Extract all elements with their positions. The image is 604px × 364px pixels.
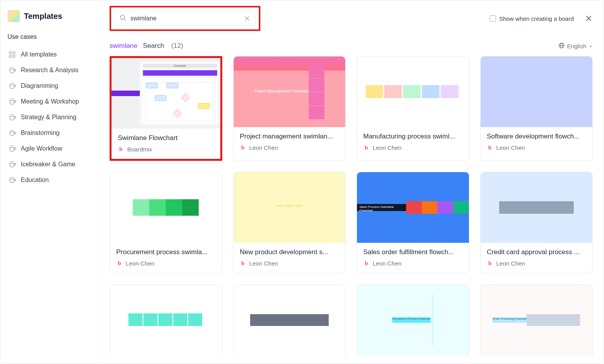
cup-icon — [8, 160, 16, 168]
sidebar-item-meeting[interactable]: Meeting & Workshop — [7, 94, 91, 109]
template-author: b Leon Chen — [240, 144, 339, 151]
svg-rect-2 — [9, 55, 11, 57]
language-select[interactable]: English — [558, 42, 593, 50]
template-card[interactable]: Example — [110, 56, 222, 161]
thumb-title: Sales Process Swimlane Flowchart — [357, 204, 406, 211]
template-author: b Boardmix — [118, 146, 214, 153]
template-title: Credit card approval process ... — [487, 248, 586, 256]
template-thumbnail — [481, 56, 593, 127]
sidebar-item-label: Agile Workflow — [21, 145, 62, 152]
template-author: b Leon Chen — [363, 144, 463, 151]
template-card[interactable]: Manufacturing process swiml... b Leon Ch… — [357, 56, 469, 161]
svg-line-5 — [124, 19, 126, 21]
topbar: Show when creating a board — [99, 0, 604, 34]
query-term: swimlane — [110, 42, 137, 49]
sidebar-item-education[interactable]: Education — [7, 172, 91, 188]
template-thumbnail: Recruitment Process Flowchart — [357, 285, 469, 355]
template-author: b Leon Chen — [487, 144, 586, 151]
sidebar-item-research[interactable]: Research & Analysis — [7, 62, 91, 78]
sidebar-title: Templates — [24, 12, 62, 21]
author-name: Leon Chen — [249, 260, 278, 267]
sidebar-item-label: Strategy & Planning — [21, 114, 76, 121]
boardmix-icon: b — [118, 146, 124, 153]
template-title: Manufacturing process swiml... — [363, 133, 463, 140]
thumb-title: Example — [143, 64, 217, 68]
template-thumbnail — [110, 285, 222, 355]
boardmix-icon: b — [363, 145, 370, 151]
template-card[interactable] — [110, 284, 222, 355]
boardmix-icon: b — [240, 260, 246, 267]
search-box[interactable] — [114, 11, 256, 26]
search-summary: swimlane Search (12) — [110, 42, 183, 50]
boardmix-icon: b — [363, 260, 370, 267]
template-thumbnail — [110, 172, 222, 243]
template-card[interactable]: Sales Process Swimlane Flowchart Sales o… — [357, 172, 469, 273]
sidebar-item-label: Education — [21, 177, 49, 184]
show-when-creating-checkbox[interactable]: Show when creating a board — [490, 15, 574, 22]
author-name: Leon Chen — [496, 260, 525, 267]
results-grid: Example — [110, 56, 593, 355]
boardmix-icon: b — [240, 145, 246, 151]
cup-icon — [8, 145, 16, 153]
template-title: Procurement process swimla... — [116, 248, 216, 256]
boardmix-icon: b — [487, 145, 493, 151]
close-button[interactable] — [585, 15, 593, 22]
template-thumbnail: Project Management Flowchart — [234, 56, 346, 127]
cup-icon — [8, 113, 16, 121]
template-author: b Leon Chen — [116, 260, 216, 267]
sidebar-item-brainstorming[interactable]: Brainstorming — [7, 125, 91, 141]
sidebar-item-agile[interactable]: Agile Workflow — [7, 141, 91, 157]
template-thumbnail — [481, 172, 593, 243]
template-thumbnail — [234, 172, 346, 243]
search-input[interactable] — [130, 15, 240, 22]
search-label: Search — [143, 42, 164, 49]
sidebar-item-icebreaker[interactable]: Icebreaker & Game — [7, 157, 91, 172]
template-card[interactable]: Software development flowch... b Leon Ch… — [480, 56, 593, 161]
author-name: Leon Chen — [249, 144, 278, 151]
template-author: b Leon Chen — [487, 260, 586, 267]
sidebar-item-label: Research & Analysis — [21, 67, 79, 74]
sidebar-section-label: Use cases — [7, 33, 91, 40]
cup-icon — [8, 82, 16, 90]
author-name: Leon Chen — [373, 144, 401, 151]
search-icon — [119, 14, 126, 23]
search-clear-button[interactable] — [243, 15, 251, 22]
thumb-title: Order Processing Flowchart — [492, 317, 527, 323]
author-name: Boardmix — [127, 146, 152, 153]
thumb-title: Recruitment Process Flowchart — [392, 317, 430, 323]
grid-icon — [8, 51, 16, 58]
filter-row: swimlane Search (12) English — [99, 34, 604, 55]
author-name: Leon Chen — [373, 260, 401, 267]
template-card[interactable]: New product development s... b Leon Chen — [233, 172, 346, 273]
sidebar-item-diagramming[interactable]: Diagramming — [7, 78, 91, 94]
template-thumbnail: Order Processing Flowchart — [481, 285, 593, 355]
boardmix-icon: b — [487, 260, 493, 267]
checkbox-icon — [490, 15, 496, 22]
sidebar-item-label: Icebreaker & Game — [21, 161, 75, 168]
template-author: b Leon Chen — [240, 260, 339, 267]
template-author: b Leon Chen — [363, 260, 463, 267]
template-card[interactable]: Procurement process swimla... b Leon Che… — [110, 172, 222, 273]
template-card[interactable]: Order Processing Flowchart — [480, 284, 593, 355]
cup-icon — [8, 176, 16, 184]
result-count: (12) — [171, 42, 183, 49]
sidebar-item-label: Meeting & Workshop — [21, 98, 79, 105]
main-panel: Show when creating a board swimlane Sear… — [99, 0, 604, 364]
sidebar-item-all-templates[interactable]: All templates — [7, 47, 91, 62]
template-title: Sales order fulfillment flowch... — [363, 248, 463, 256]
templates-logo-icon — [7, 10, 20, 22]
chevron-down-icon — [589, 43, 593, 49]
template-title: Software development flowch... — [487, 133, 586, 140]
template-card[interactable]: Project Management Flowchart Project man… — [233, 56, 346, 161]
template-card[interactable] — [233, 284, 346, 355]
cup-icon — [8, 129, 16, 137]
cup-icon — [8, 98, 16, 106]
sidebar-item-strategy[interactable]: Strategy & Planning — [7, 109, 91, 125]
template-card[interactable]: Credit card approval process ... b Leon … — [480, 172, 593, 273]
app-root: Templates Use cases All templates Resear… — [0, 0, 604, 364]
results-scroll[interactable]: Example — [99, 55, 604, 364]
template-thumbnail: Sales Process Swimlane Flowchart — [357, 172, 469, 243]
template-card[interactable]: Recruitment Process Flowchart — [357, 284, 469, 355]
top-actions: Show when creating a board — [490, 15, 593, 22]
template-thumbnail — [357, 56, 469, 127]
